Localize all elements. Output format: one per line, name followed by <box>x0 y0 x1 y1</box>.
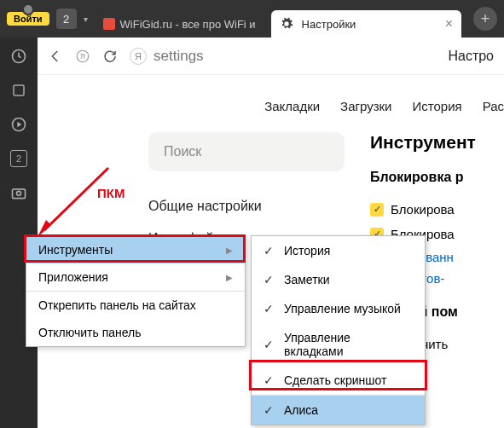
sub-tabs[interactable]: ✓Управление вкладками <box>252 323 425 366</box>
close-tab-icon[interactable]: × <box>445 16 453 32</box>
site-icon: Я <box>130 48 147 65</box>
svg-point-4 <box>17 191 21 195</box>
address-bar[interactable]: Я settings <box>130 48 436 65</box>
gear-icon <box>280 17 293 31</box>
svg-rect-3 <box>13 189 26 199</box>
svg-text:Я: Я <box>80 53 85 61</box>
nav-downloads[interactable]: Загрузки <box>340 99 391 113</box>
svg-line-7 <box>44 168 108 230</box>
chevron-right-icon: ▶ <box>226 246 233 255</box>
ctx-apps[interactable]: Приложения▶ <box>26 263 245 291</box>
back-button[interactable] <box>48 49 63 64</box>
login-button[interactable]: Войти <box>7 12 49 26</box>
check-block1[interactable]: ✓Блокирова <box>370 197 504 222</box>
sub-music[interactable]: ✓Управление музыкой <box>252 294 425 323</box>
avatar-icon <box>22 3 34 15</box>
block-ads-title: Блокировка р <box>370 170 504 185</box>
tab-wifigid[interactable]: WiFiGid.ru - все про WiFi и <box>95 10 264 38</box>
reload-button[interactable] <box>102 49 118 64</box>
tab-settings[interactable]: Настройки × <box>271 10 461 38</box>
context-submenu-tools: ✓История ✓Заметки ✓Управление музыкой ✓У… <box>251 235 426 425</box>
chevron-down-icon[interactable]: ▾ <box>84 14 88 24</box>
nav-bookmarks[interactable]: Закладки <box>264 99 320 113</box>
nav-history[interactable]: История <box>412 99 461 113</box>
screenshot-icon[interactable] <box>10 184 27 201</box>
yandex-home-icon[interactable]: Я <box>75 49 90 64</box>
new-tab-button[interactable]: + <box>473 7 497 31</box>
section-tools-title: Инструмент <box>370 132 504 153</box>
chevron-right-icon: ▶ <box>226 273 233 282</box>
check-icon: ✓ <box>264 403 275 417</box>
sub-history[interactable]: ✓История <box>252 236 425 265</box>
nav-ext[interactable]: Рас <box>483 99 504 113</box>
context-menu-sidebar: Инструменты▶ Приложения▶ Открепить панел… <box>26 235 246 347</box>
link-general[interactable]: Общие настройки <box>148 190 345 223</box>
play-icon[interactable] <box>10 116 27 133</box>
svg-rect-1 <box>14 85 24 95</box>
ctx-disable-panel[interactable]: Отключить панель <box>26 319 245 346</box>
settings-nav: Закладки Загрузки История Рас <box>38 75 504 132</box>
tabs-icon[interactable]: 2 <box>10 150 27 167</box>
annotation-arrow <box>36 164 113 237</box>
settings-search[interactable]: Поиск <box>148 132 345 171</box>
page-title: Настро <box>448 49 494 64</box>
side-panel: 2 <box>0 38 38 428</box>
ctx-tools[interactable]: Инструменты▶ <box>26 236 245 263</box>
svg-marker-8 <box>38 220 51 237</box>
check-icon: ✓ <box>264 302 275 315</box>
sub-notes[interactable]: ✓Заметки <box>252 265 425 294</box>
browser-toolbar: Я Я settings Настро <box>38 38 504 75</box>
ctx-unpin[interactable]: Открепить панель на сайтах <box>26 292 245 319</box>
wifi-favicon-icon <box>103 18 115 30</box>
tab-counter[interactable]: 2 <box>56 9 77 29</box>
check-icon: ✓ <box>264 373 275 387</box>
sub-screenshot[interactable]: ✓Сделать скриншот <box>252 366 425 395</box>
check-icon: ✓ <box>264 338 275 351</box>
sub-alisa[interactable]: ✓Алиса <box>252 396 425 425</box>
bookmarks-icon[interactable] <box>10 82 27 99</box>
title-bar: Войти 2 ▾ WiFiGid.ru - все про WiFi и На… <box>0 0 504 38</box>
history-icon[interactable] <box>10 48 27 65</box>
check-icon: ✓ <box>264 244 275 257</box>
check-icon: ✓ <box>264 273 275 286</box>
